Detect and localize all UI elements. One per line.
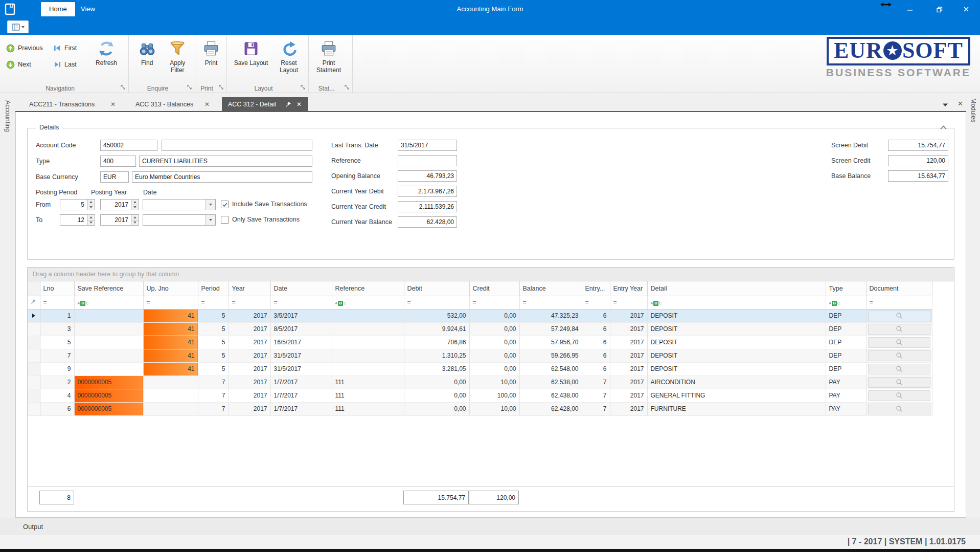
grid-row[interactable]: 5415201716/5/2017706,860,0057.956,706201… — [28, 336, 932, 349]
grid-cell-entry_year[interactable]: 2017 — [610, 309, 647, 322]
include-save-transactions-checkbox[interactable] — [221, 201, 229, 208]
grid-cell-period[interactable]: 7 — [198, 389, 229, 402]
document-search-button[interactable] — [868, 404, 930, 414]
spin-up-icon[interactable] — [87, 200, 95, 205]
grid-cell-debit[interactable]: 0,00 — [404, 376, 469, 389]
filter-cell-reference[interactable]: ABC — [332, 296, 404, 309]
to-period-spinner[interactable]: 12 — [60, 214, 95, 226]
close-button[interactable] — [955, 0, 977, 18]
print-button[interactable]: Print — [198, 38, 224, 67]
grid-cell-up_jno[interactable]: 41 — [143, 362, 198, 376]
column-header-type[interactable]: Type — [826, 281, 866, 296]
grid-cell-lno[interactable]: 5 — [40, 336, 74, 349]
column-header-save_reference[interactable]: Save Reference — [74, 281, 143, 296]
grid-cell-period[interactable]: 5 — [198, 322, 229, 336]
tab-close-icon[interactable]: ✕ — [204, 101, 210, 108]
filter-cell-date[interactable]: = — [270, 296, 332, 309]
dropdown-arrow-icon[interactable] — [206, 215, 215, 225]
grid-cell-entry_year[interactable]: 2017 — [610, 322, 647, 336]
grid-cell-reference[interactable] — [332, 349, 404, 362]
grid-row[interactable]: 9415201731/5/20173.281,050,0062.548,0062… — [28, 362, 932, 376]
column-header-entry[interactable]: Entry... — [582, 281, 610, 296]
type-desc-field[interactable]: CURRENT LIABILITIES — [139, 156, 312, 167]
filter-cell-detail[interactable]: ABC — [647, 296, 826, 309]
grid-cell-save_reference[interactable] — [74, 322, 143, 336]
pin-icon[interactable] — [285, 101, 291, 107]
screen-credit-field[interactable]: 120,00 — [888, 155, 948, 166]
grid-cell-lno[interactable]: 4 — [40, 389, 74, 402]
column-header-period[interactable]: Period — [198, 281, 229, 296]
grid-cell-date[interactable]: 3/5/2017 — [270, 309, 332, 322]
document-search-button[interactable] — [868, 364, 930, 374]
grid-cell-balance[interactable]: 62.538,00 — [519, 376, 582, 389]
restore-button[interactable] — [928, 0, 950, 18]
grid-cell-debit[interactable]: 532,00 — [404, 309, 469, 322]
grid-cell-period[interactable]: 5 — [198, 362, 229, 376]
row-indicator[interactable] — [28, 336, 40, 349]
filter-cell-lno[interactable]: = — [40, 296, 74, 309]
grid-row[interactable]: 40000000005720171/7/20171110,00100,0062.… — [28, 389, 932, 402]
column-header-debit[interactable]: Debit — [404, 281, 469, 296]
grid-cell-balance[interactable]: 59.266,95 — [519, 349, 582, 362]
to-year-spinner[interactable]: 2017 — [100, 214, 139, 226]
grid-cell-credit[interactable]: 0,00 — [469, 362, 519, 376]
grid-cell-date[interactable]: 1/7/2017 — [270, 376, 332, 389]
grid-cell-save_reference[interactable]: 0000000005 — [74, 402, 143, 415]
grid-cell-date[interactable]: 1/7/2017 — [270, 389, 332, 402]
grid-cell-lno[interactable]: 7 — [40, 349, 74, 362]
filter-cell-type[interactable]: ABC — [826, 296, 866, 309]
grid-cell-credit[interactable]: 100,00 — [469, 389, 519, 402]
grid-cell-entry_year[interactable]: 2017 — [610, 376, 647, 389]
grid-cell-detail[interactable]: DEPOSIT — [647, 322, 826, 336]
grid-cell-entry[interactable]: 6 — [582, 349, 610, 362]
grid-cell-credit[interactable]: 10,00 — [469, 376, 519, 389]
grid-cell-up_jno[interactable] — [143, 389, 198, 402]
from-period-spinner[interactable]: 5 — [60, 199, 95, 210]
tab-close-icon[interactable]: ✕ — [297, 101, 302, 108]
grid-cell-period[interactable]: 5 — [198, 309, 229, 322]
grid-row[interactable]: 141520173/5/2017532,000,0047.325,2362017… — [28, 309, 932, 322]
grid-cell-debit[interactable]: 0,00 — [404, 389, 469, 402]
grid-cell-entry[interactable]: 7 — [582, 389, 610, 402]
grid-cell-entry_year[interactable]: 2017 — [610, 402, 647, 415]
side-tab-modules[interactable]: Modules — [970, 98, 977, 122]
grid-cell-save_reference[interactable] — [74, 309, 143, 322]
grid-cell-year[interactable]: 2017 — [229, 402, 270, 415]
grid-cell-period[interactable]: 5 — [198, 349, 229, 362]
grid-cell-save_reference[interactable] — [74, 349, 143, 362]
grid-cell-debit[interactable]: 1.310,25 — [404, 349, 469, 362]
grid-cell-lno[interactable]: 2 — [40, 376, 74, 389]
grid-cell-reference[interactable]: 111 — [332, 389, 404, 402]
grid-cell-lno[interactable]: 6 — [40, 402, 74, 415]
filter-row-indicator[interactable] — [28, 296, 40, 309]
column-header-credit[interactable]: Credit — [469, 281, 519, 296]
grid-cell-period[interactable]: 7 — [198, 376, 229, 389]
grid-cell-detail[interactable]: GENERAL FITTING — [647, 389, 826, 402]
column-header-reference[interactable]: Reference — [332, 281, 404, 296]
grid-cell-date[interactable]: 31/5/2017 — [270, 362, 332, 376]
currency-desc-field[interactable]: Euro Member Countries — [132, 171, 312, 183]
grid-cell-entry_year[interactable]: 2017 — [610, 389, 647, 402]
current-year-balance-field[interactable]: 62.428,00 — [398, 216, 457, 228]
grid-cell-up_jno[interactable]: 41 — [143, 309, 198, 322]
reset-layout-button[interactable]: Reset Layout — [272, 38, 306, 74]
grid-cell-debit[interactable]: 0,00 — [404, 402, 469, 415]
grid-cell-detail[interactable]: DEPOSIT — [647, 336, 826, 349]
grid-cell-detail[interactable]: AIRCONDITION — [647, 376, 826, 389]
filter-cell-entry_year[interactable]: = — [610, 296, 647, 309]
account-name-field[interactable] — [162, 140, 312, 151]
dialog-launcher-icon[interactable] — [345, 85, 350, 91]
current-year-credit-field[interactable]: 2.111.539,26 — [398, 201, 457, 212]
grid-cell-lno[interactable]: 9 — [40, 362, 74, 376]
grid-cell-debit[interactable]: 3.281,05 — [404, 362, 469, 376]
grid-cell-detail[interactable]: DEPOSIT — [647, 309, 826, 322]
grid-cell-reference[interactable] — [332, 322, 404, 336]
grid-cell-year[interactable]: 2017 — [229, 376, 270, 389]
tab-list-chevron-icon[interactable] — [942, 103, 948, 107]
grid-cell-up_jno[interactable]: 41 — [143, 336, 198, 349]
grid-cell-year[interactable]: 2017 — [229, 349, 270, 362]
grid-cell-balance[interactable]: 62.428,00 — [519, 402, 582, 415]
row-indicator[interactable] — [28, 376, 40, 389]
to-date-dropdown[interactable] — [143, 214, 216, 226]
previous-button[interactable]: Previous — [3, 42, 50, 54]
